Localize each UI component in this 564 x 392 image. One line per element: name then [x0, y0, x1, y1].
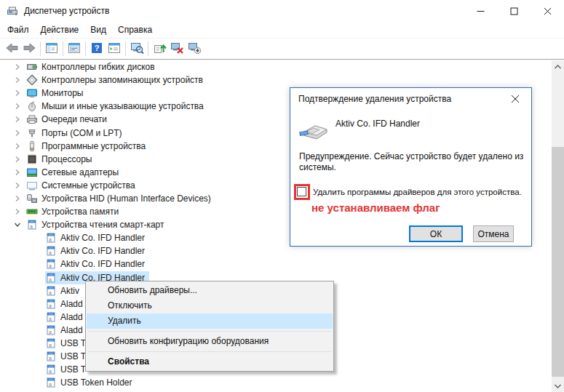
tree-item-content[interactable]: Программные устройства [26, 140, 150, 153]
properties-button[interactable] [65, 40, 83, 57]
items-list-icon [108, 42, 121, 56]
hid-devices-icon [26, 193, 38, 204]
tree-item-content[interactable]: Процессоры [26, 153, 97, 166]
chevron-right-icon[interactable] [12, 182, 23, 189]
chevron-right-icon[interactable] [12, 129, 23, 137]
svg-text:a: a [49, 303, 52, 308]
chevron-right-icon[interactable] [12, 76, 23, 84]
tree-item-label: Системные устройства [41, 180, 135, 191]
chevron-right-icon[interactable] [12, 169, 23, 176]
toolbar-separator [148, 41, 148, 56]
maximize-button[interactable] [497, 0, 531, 22]
tree-item-content[interactable]: Очереди печати [26, 113, 111, 126]
close-button[interactable] [531, 0, 564, 22]
tree-item-content[interactable]: aAktiv Co. IFD Handler [45, 231, 149, 244]
context-menu-item[interactable]: Обновить драйверы... [87, 283, 333, 298]
svg-text:a: a [49, 237, 52, 242]
menubar: ФайлДействиеВидСправка [0, 22, 564, 39]
device-manager-icon [7, 5, 18, 17]
tree-item[interactable]: aAktiv Co. IFD Handler [0, 257, 552, 271]
minimize-button[interactable] [464, 0, 497, 22]
tree-item-content[interactable]: Порты (COM и LPT) [26, 127, 127, 140]
tree-item-content[interactable]: aAladd [45, 311, 87, 324]
tree-item[interactable]: Контроллеры запоминающих устройств [0, 73, 552, 87]
scroll-up-icon[interactable] [552, 60, 564, 73]
ok-button[interactable]: ОК [409, 225, 463, 242]
show-console-tree-button[interactable] [43, 40, 60, 57]
context-menu-item[interactable]: Отключить [87, 298, 333, 313]
system-devices-icon [26, 180, 38, 191]
back-button[interactable] [3, 40, 20, 57]
scroll-down-icon[interactable] [552, 380, 564, 392]
tree-item-content[interactable]: Мыши и иные указывающие устройства [26, 100, 208, 113]
svg-text:a: a [49, 263, 52, 268]
mice-icon [26, 100, 38, 112]
tree-item-content[interactable]: aAladd [45, 297, 87, 311]
tree-item-content[interactable]: Контроллеры запоминающих устройств [26, 73, 207, 87]
tree-item-content[interactable]: Устройства HID (Human Interface Devices) [26, 192, 215, 205]
scrollbar-thumb[interactable] [552, 147, 564, 377]
tree-item[interactable]: aAktiv Co. IFD Handler [0, 244, 552, 257]
uninstall-device-button[interactable] [168, 40, 186, 57]
tree-item-label: USB T [60, 364, 86, 375]
tree-item-content[interactable]: Мониторы [26, 87, 87, 100]
smartcard-device-icon: a [45, 337, 57, 349]
tree-item-content[interactable]: Сетевые адаптеры [26, 166, 123, 179]
tree-item-content[interactable]: aAktiv Co. IFD Handler [45, 257, 149, 271]
help-button[interactable]: ? [88, 40, 106, 57]
update-driver-button[interactable] [151, 40, 168, 57]
storage-controllers-icon [26, 74, 38, 86]
context-menu-item[interactable]: Удалить [87, 313, 333, 329]
smartcard-device-icon: a [45, 232, 57, 244]
forward-button[interactable] [20, 40, 38, 57]
tree-item-content[interactable]: aUSB T [45, 350, 90, 363]
menu-действие[interactable]: Действие [35, 22, 85, 38]
delete-driver-checkbox[interactable] [297, 187, 306, 196]
cancel-button[interactable]: Отмена [473, 225, 514, 242]
tree-item-content[interactable]: aUSB Token Holder [45, 376, 137, 389]
tree-item-content[interactable]: aAktiv [45, 284, 84, 297]
scan-computer-button[interactable] [128, 40, 146, 57]
tree-item-content[interactable]: aUSB T [45, 363, 90, 376]
tree-item-label: Aladd [60, 299, 83, 309]
items-list-button[interactable] [106, 40, 123, 57]
device-manager-window: Диспетчер устройств ФайлДействиеВидСправ… [0, 0, 564, 392]
smartcard-device-icon: a [45, 351, 57, 362]
tree-item-content[interactable]: Устройства памяти [26, 205, 123, 218]
tree-scrollbar[interactable] [552, 60, 564, 392]
chevron-right-icon[interactable] [12, 89, 23, 97]
chevron-right-icon[interactable] [12, 103, 23, 110]
chevron-right-icon[interactable] [12, 116, 23, 123]
menu-справка[interactable]: Справка [112, 22, 158, 38]
chevron-right-icon[interactable] [12, 63, 23, 71]
chevron-right-icon[interactable] [12, 195, 23, 202]
menu-файл[interactable]: Файл [1, 22, 35, 38]
dialog-close-icon[interactable] [499, 88, 531, 109]
tree-item-label: Процессоры [41, 154, 92, 164]
confirm-delete-dialog: Подтверждение удаления устройства Aktiv … [290, 87, 532, 247]
context-menu-item[interactable]: Свойства [87, 354, 333, 369]
svg-text:a: a [49, 329, 52, 335]
svg-text:a: a [49, 356, 52, 361]
context-menu-item[interactable]: Обновить конфигурацию оборудования [87, 334, 333, 349]
chevron-down-icon[interactable] [12, 222, 23, 228]
tree-item[interactable]: aUSB Token Holder [0, 376, 552, 389]
scan-hardware-changes-button[interactable] [186, 40, 203, 57]
chevron-right-icon[interactable] [12, 143, 23, 150]
smartcard-device-icon: a [45, 377, 57, 388]
tree-item-label: Программные устройства [41, 141, 146, 151]
tree-item-content[interactable]: aУстройства чтения смарт-карт [26, 218, 168, 231]
tree-item[interactable]: Контроллеры гибких дисков [0, 60, 552, 73]
tree-item-content[interactable]: aAktiv Co. IFD Handler [45, 244, 149, 257]
tree-item-label: Aktiv Co. IFD Handler [60, 246, 145, 256]
tree-item-label: Aktiv Co. IFD Handler [60, 259, 145, 269]
tree-item-content[interactable]: aUSB T [45, 337, 90, 350]
menu-вид[interactable]: Вид [84, 22, 112, 38]
chevron-right-icon[interactable] [12, 208, 23, 215]
chevron-right-icon[interactable] [12, 156, 23, 163]
tree-item-content[interactable]: Системные устройства [26, 179, 140, 192]
smartcard-device-icon: a [45, 258, 57, 270]
tree-item-content[interactable]: aAladd [45, 324, 87, 337]
svg-text:a: a [49, 290, 52, 295]
tree-item-content[interactable]: Контроллеры гибких дисков [26, 60, 159, 73]
